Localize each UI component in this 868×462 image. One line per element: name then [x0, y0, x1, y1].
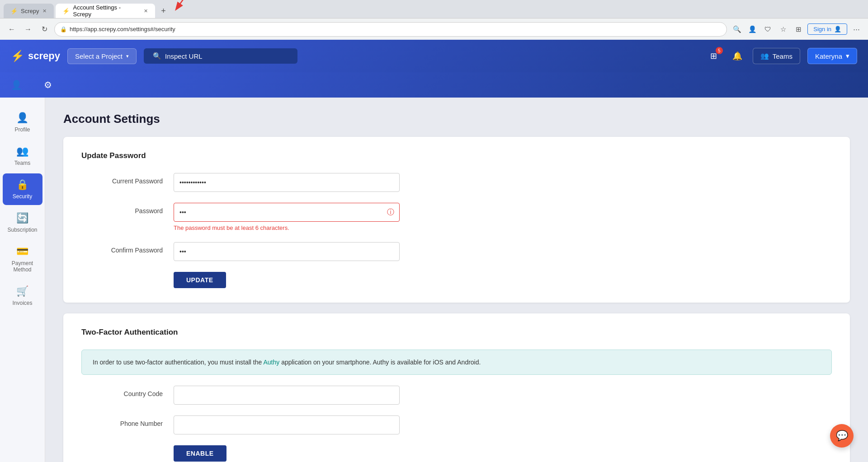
profile-toolbar-icon[interactable]: 👤: [746, 23, 759, 36]
two-factor-title: Two-Factor Authentication: [81, 328, 832, 337]
confirm-password-wrap: [174, 242, 400, 261]
logo-icon: ⚡: [11, 50, 24, 62]
new-tab-button[interactable]: +: [157, 5, 170, 17]
sidebar: 👤 Profile 👥 Teams 🔒 Security 🔄 Subscript…: [0, 98, 45, 462]
browser-tab-2[interactable]: ⚡ Account Settings - Screpy ✕: [56, 4, 155, 18]
update-button[interactable]: UPDATE: [174, 272, 226, 288]
user-chevron: ▾: [846, 52, 849, 60]
sidebar-item-profile[interactable]: 👤 Profile: [3, 107, 42, 138]
page-title: Account Settings: [63, 112, 850, 126]
current-password-wrap: [174, 173, 400, 192]
country-code-input[interactable]: [174, 386, 400, 405]
url-text: https://app.screpy.com/settings#/securit…: [70, 26, 175, 33]
password-error-icon: ⓘ: [387, 208, 394, 217]
password-input[interactable]: [174, 203, 400, 222]
security-icon: 🔒: [16, 179, 28, 191]
more-button[interactable]: ⋯: [850, 23, 863, 36]
app-body: 👤 Profile 👥 Teams 🔒 Security 🔄 Subscript…: [0, 98, 868, 462]
sidebar-profile-label: Profile: [14, 126, 30, 133]
profile-icon: 👤: [16, 112, 28, 124]
password-label: Password: [81, 203, 163, 215]
update-btn-row: UPDATE: [174, 272, 832, 288]
sidebar-item-invoices[interactable]: 🛒 Invoices: [3, 280, 42, 312]
inspect-url-button[interactable]: 🔍 Inspect URL: [144, 48, 297, 64]
confirm-password-row: Confirm Password: [81, 242, 832, 261]
signin-label: Sign in: [813, 26, 831, 33]
teams-button[interactable]: 👥 Teams: [753, 48, 800, 64]
app-header: ⚡ screpy Select a Project ▾ 🔍 Inspect UR…: [0, 40, 868, 72]
forward-button[interactable]: →: [22, 23, 34, 36]
sidebar-item-security[interactable]: 🔒 Security: [3, 173, 42, 205]
app: ⚡ screpy Select a Project ▾ 🔍 Inspect UR…: [0, 40, 868, 462]
sidebar-item-payment[interactable]: 💳 Payment Method: [3, 240, 42, 278]
signin-button[interactable]: Sign in 👤: [807, 23, 847, 35]
current-password-row: Current Password: [81, 173, 832, 192]
subheader-profile-icon[interactable]: 👤: [11, 79, 22, 90]
sidebar-payment-label: Payment Method: [6, 260, 39, 273]
inspect-url-label: Inspect URL: [165, 52, 203, 60]
star-toolbar-icon[interactable]: ☆: [777, 23, 789, 36]
phone-number-input[interactable]: [174, 415, 400, 434]
chat-button[interactable]: 💬: [830, 424, 854, 448]
tfa-authy-link[interactable]: Authy: [263, 359, 279, 366]
toolbar-actions: 🔍 👤 🛡 ☆ ⊞ Sign in 👤 ⋯: [731, 23, 863, 36]
country-code-row: Country Code: [81, 386, 832, 405]
current-password-input[interactable]: [174, 173, 400, 192]
phone-number-wrap: [174, 415, 400, 434]
payment-icon: 💳: [16, 246, 28, 257]
teams-label: Teams: [773, 52, 793, 60]
bell-icon: 🔔: [732, 51, 742, 61]
tfa-info-box: In order to use two-factor authenticatio…: [81, 350, 832, 375]
search-toolbar-icon[interactable]: 🔍: [731, 23, 743, 36]
country-code-label: Country Code: [81, 386, 163, 397]
confirm-password-input[interactable]: [174, 242, 400, 261]
reload-button[interactable]: ↻: [38, 23, 51, 36]
shield-toolbar-icon[interactable]: 🛡: [761, 23, 774, 36]
browser-tab-1[interactable]: ⚡ Screpy ✕: [4, 4, 54, 18]
header-actions: ⊞ 5 🔔 👥 Teams Kateryna ▾: [706, 48, 857, 64]
phone-number-label: Phone Number: [81, 415, 163, 427]
badge-count: 5: [716, 47, 723, 54]
password-field-wrapper: ⓘ: [174, 203, 400, 222]
password-error-text: The password must be at least 6 characte…: [174, 224, 400, 231]
user-label: Kateryna: [815, 52, 842, 60]
back-button[interactable]: ←: [5, 23, 18, 36]
sidebar-security-label: Security: [13, 193, 32, 200]
grid-icon-button[interactable]: ⊞ 5: [706, 48, 722, 64]
invoices-icon: 🛒: [16, 285, 28, 297]
password-wrap: ⓘ The password must be at least 6 charac…: [174, 203, 400, 231]
tfa-info-text-after: application on your smartphone. Authy is…: [281, 359, 481, 366]
select-project-button[interactable]: Select a Project ▾: [67, 48, 137, 64]
sidebar-item-teams[interactable]: 👥 Teams: [3, 140, 42, 172]
logo[interactable]: ⚡ screpy: [11, 50, 60, 62]
content-area: Account Settings Update Password Current…: [45, 98, 868, 462]
tab2-label: Account Settings - Screpy: [73, 4, 140, 18]
enable-button[interactable]: ENABLE: [174, 445, 226, 462]
tab1-close[interactable]: ✕: [42, 8, 47, 14]
sidebar-teams-label: Teams: [14, 160, 30, 166]
password-row: Password ⓘ The password must be at least…: [81, 203, 832, 231]
browser-window: ⚡ Screpy ✕ ⚡ Account Settings - Screpy ✕…: [0, 0, 868, 40]
select-project-chevron: ▾: [126, 53, 129, 59]
subheader-settings-icon[interactable]: ⚙: [44, 79, 52, 90]
sidebar-invoices-label: Invoices: [12, 300, 32, 306]
chat-icon: 💬: [836, 430, 848, 442]
update-password-title: Update Password: [81, 151, 832, 160]
sidebar-item-subscription[interactable]: 🔄 Subscription: [3, 207, 42, 238]
teams-icon: 👥: [760, 52, 769, 60]
browser-toolbar: ← → ↻ 🔒 https://app.screpy.com/settings#…: [0, 18, 868, 40]
country-code-wrap: [174, 386, 400, 405]
tab2-close[interactable]: ✕: [144, 8, 148, 14]
url-lock-icon: 🔒: [60, 26, 67, 33]
browser-titlebar: ⚡ Screpy ✕ ⚡ Account Settings - Screpy ✕…: [0, 0, 868, 18]
url-bar[interactable]: 🔒 https://app.screpy.com/settings#/secur…: [54, 22, 727, 37]
bell-icon-button[interactable]: 🔔: [729, 48, 745, 64]
enable-btn-row: ENABLE: [174, 445, 832, 462]
grid-toolbar-icon[interactable]: ⊞: [792, 23, 805, 36]
user-menu-button[interactable]: Kateryna ▾: [807, 48, 857, 64]
tab1-label: Screpy: [21, 8, 39, 14]
phone-number-row: Phone Number: [81, 415, 832, 434]
inspect-url-icon: 🔍: [153, 52, 161, 60]
signin-avatar: 👤: [834, 26, 841, 33]
subscription-icon: 🔄: [16, 212, 28, 224]
